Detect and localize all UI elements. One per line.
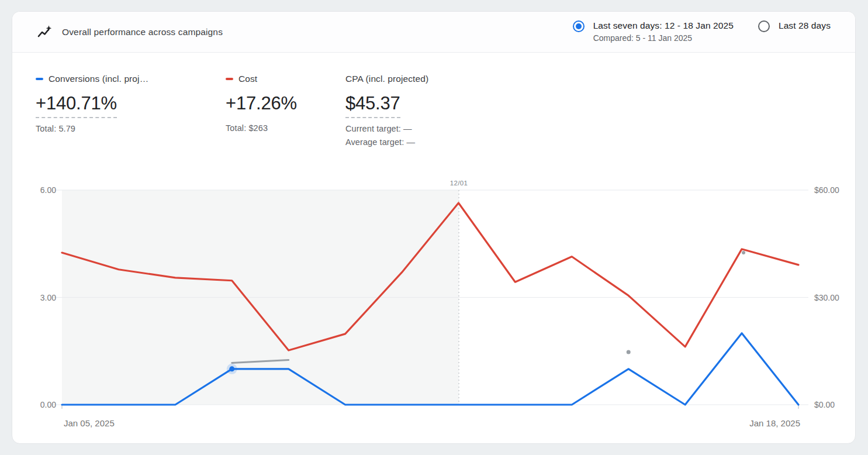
right-axis-tick: $60.00 [814,185,855,195]
kpi-detail: Total: 5.79 [36,122,148,136]
range-option-label[interactable]: Last seven days: 12 - 18 Jan 2025 [593,19,734,32]
selected-point-dot[interactable] [229,366,234,371]
kpi-name: Cost [238,74,257,84]
date-range-selector: Last seven days: 12 - 18 Jan 2025 Compar… [573,19,831,44]
range-option-label[interactable]: Last 28 days [779,19,831,32]
kpi-detail: Average target: — [345,136,428,149]
period-divider-label: 12/01 [430,178,488,188]
conversions-legend-dash-icon [36,78,43,80]
left-axis-tick: 0.00 [18,399,56,410]
kpi-value[interactable]: $45.37 [345,93,400,118]
card-header: Overall performance across campaigns Las… [12,12,855,53]
conversions-line[interactable] [62,333,798,405]
kpi-name: Conversions (incl. proj… [49,74,148,84]
left-axis-tick: 3.00 [18,292,56,303]
kpi-name: CPA (incl. projected) [345,74,428,84]
selected-point-halo [227,364,237,374]
x-axis-end-label: Jan 18, 2025 [683,418,800,429]
kpi-row: Conversions (incl. proj… +140.71% Total:… [12,73,855,160]
kpi-detail: Total: $263 [226,122,297,135]
kpi-cost: Cost +17.26% Total: $263 [226,73,297,135]
gridlines [52,190,808,405]
performance-card: Overall performance across campaigns Las… [12,11,856,444]
kpi-value: +17.26% [226,93,297,118]
card-title: Overall performance across campaigns [62,27,223,37]
comparison-period-shading [62,190,459,405]
radio-unselected-icon[interactable] [758,20,770,32]
x-axis-start-label: Jan 05, 2025 [64,418,115,429]
kpi-value[interactable]: +140.71% [36,93,117,118]
projected-conversions-segment [232,360,289,363]
cost-line[interactable] [62,203,798,350]
range-option-last-seven-days[interactable]: Last seven days: 12 - 18 Jan 2025 Compar… [573,19,734,44]
projected-conversions-dot [627,350,631,354]
kpi-cpa: CPA (incl. projected) $45.37 Current tar… [345,73,428,149]
kpi-detail: Current target: — [345,122,428,136]
range-option-last-28-days[interactable]: Last 28 days [758,19,831,32]
right-axis-tick: $0.00 [814,399,855,410]
left-axis-tick: 6.00 [18,185,56,195]
kpi-conversions: Conversions (incl. proj… +140.71% Total:… [36,73,148,136]
range-compared-label: Compared: 5 - 11 Jan 2025 [593,32,734,44]
performance-trend-icon [37,25,52,40]
projected-cost-dot [742,251,745,254]
right-axis-tick: $30.00 [814,292,855,303]
radio-selected-icon[interactable] [573,20,585,32]
cost-legend-dash-icon [226,78,233,80]
x-axis-ticks [62,405,798,409]
